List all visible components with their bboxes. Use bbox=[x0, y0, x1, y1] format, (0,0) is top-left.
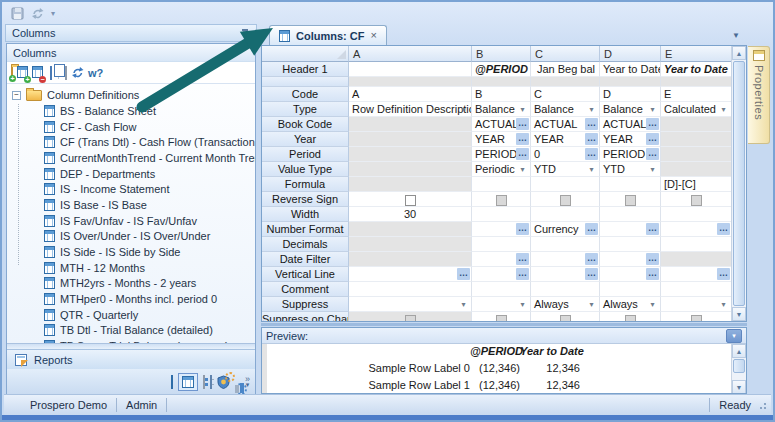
layers-button[interactable] bbox=[210, 376, 212, 388]
cell-numberformat-e[interactable]: … bbox=[661, 222, 732, 237]
cell-header1-d[interactable]: Year to Date bbox=[600, 62, 661, 77]
cell-valuetype-c[interactable]: YTD▾ bbox=[531, 162, 600, 177]
tree-item-mth[interactable]: MTH - 12 Months bbox=[7, 260, 255, 276]
cell-suppresscharts-e[interactable] bbox=[661, 312, 732, 322]
dropdown-icon[interactable]: ▾ bbox=[516, 103, 529, 115]
ellipsis-button[interactable]: … bbox=[457, 268, 470, 280]
dropdown-icon[interactable]: ▾ bbox=[717, 103, 730, 115]
cell-formula-b[interactable] bbox=[472, 177, 531, 192]
grid-col-header-e[interactable]: E bbox=[661, 46, 732, 62]
grid-col-header-d[interactable]: D bbox=[600, 46, 661, 62]
cell-formula-c[interactable] bbox=[531, 177, 600, 192]
cell-suppresscharts-b[interactable] bbox=[472, 312, 531, 322]
tree-item-is-base[interactable]: IS Base - IS Base bbox=[7, 197, 255, 213]
cell-comment-d[interactable] bbox=[600, 282, 661, 297]
cell-width-b[interactable] bbox=[472, 207, 531, 222]
dropdown-icon[interactable]: ▾ bbox=[585, 103, 598, 115]
cell-width-d[interactable] bbox=[600, 207, 661, 222]
tree-item-is-over-under[interactable]: IS Over/Under - IS Over/Under bbox=[7, 229, 255, 245]
cell-code-a[interactable]: A bbox=[349, 87, 472, 102]
ellipsis-button[interactable]: … bbox=[585, 118, 598, 130]
scroll-up-button[interactable]: ▲ bbox=[732, 344, 746, 358]
dropdown-icon[interactable]: ▾ bbox=[717, 298, 730, 310]
cell-formula-d[interactable] bbox=[600, 177, 661, 192]
cell-width-e[interactable] bbox=[661, 207, 732, 222]
refresh-tree-button[interactable] bbox=[71, 66, 84, 79]
ellipsis-button[interactable]: … bbox=[585, 148, 598, 160]
ellipsis-button[interactable]: … bbox=[646, 223, 659, 235]
tree-item-bs[interactable]: BS - Balance Sheet bbox=[7, 103, 255, 119]
collapse-icon[interactable]: − bbox=[12, 91, 21, 100]
cell-type-b[interactable]: Balance▾ bbox=[472, 102, 531, 117]
dropdown-icon[interactable]: ▾ bbox=[646, 298, 659, 310]
cell-type-e[interactable]: Calculated▾ bbox=[661, 102, 732, 117]
scrollbar-thumb[interactable] bbox=[733, 359, 745, 373]
ellipsis-button[interactable]: … bbox=[646, 133, 659, 145]
cell-code-d[interactable]: D bbox=[600, 87, 661, 102]
cell-type-a[interactable]: Row Definition Description▾ bbox=[349, 102, 472, 117]
list-view-button[interactable] bbox=[65, 67, 67, 79]
cell-suppress-a[interactable]: ▾ bbox=[349, 297, 472, 312]
cell-numberformat-b[interactable]: … bbox=[472, 222, 531, 237]
cell-type-d[interactable]: Balance▾ bbox=[600, 102, 661, 117]
cell-verticalline-c[interactable]: … bbox=[531, 267, 600, 282]
scroll-up-button[interactable]: ▲ bbox=[732, 46, 746, 60]
dropdown-icon[interactable]: ▾ bbox=[646, 103, 659, 115]
dropdown-icon[interactable]: ▾ bbox=[516, 163, 529, 175]
delete-column-definition-button[interactable]: − bbox=[32, 66, 43, 80]
tree-item-is[interactable]: IS - Income Statement bbox=[7, 181, 255, 197]
cell-verticalline-d[interactable]: … bbox=[600, 267, 661, 282]
cell-valuetype-d[interactable]: YTD▾ bbox=[600, 162, 661, 177]
tree-item-tb-sum[interactable]: TB Sum - Trial Balance (summary) bbox=[7, 338, 255, 343]
cell-header1-b[interactable]: @PERIOD bbox=[472, 62, 531, 77]
cell-code-c[interactable]: C bbox=[531, 87, 600, 102]
cell-numberformat-d[interactable]: … bbox=[600, 222, 661, 237]
cell-suppresscharts-d[interactable] bbox=[600, 312, 661, 322]
cell-decimals-e[interactable] bbox=[661, 237, 732, 252]
horizontal-splitter[interactable] bbox=[261, 323, 747, 326]
cell-verticalline-e[interactable]: … bbox=[661, 267, 732, 282]
tab-list-dropdown-icon[interactable]: ▼ bbox=[732, 31, 740, 40]
ellipsis-button[interactable]: … bbox=[646, 253, 659, 265]
ellipsis-button[interactable]: … bbox=[516, 148, 529, 160]
cell-code-b[interactable]: B bbox=[472, 87, 531, 102]
tree-item-cf-trans-dtl[interactable]: CF (Trans Dtl) - Cash Flow (Transaction … bbox=[7, 134, 255, 150]
cell-datefilter-b[interactable]: … bbox=[472, 252, 531, 267]
cell-verticalline-a[interactable]: … bbox=[349, 267, 472, 282]
dropdown-icon[interactable]: ▾ bbox=[516, 298, 529, 310]
cell-suppress-c[interactable]: Always▾ bbox=[531, 297, 600, 312]
cell-year-d[interactable]: YEAR… bbox=[600, 132, 661, 147]
cell-datefilter-c[interactable]: … bbox=[531, 252, 600, 267]
cell-code-e[interactable]: E bbox=[661, 87, 732, 102]
cell-decimals-c[interactable] bbox=[531, 237, 600, 252]
preview-vertical-scrollbar[interactable]: ▲ ▼ bbox=[731, 344, 746, 394]
tree-item-is-fav-unfav[interactable]: IS Fav/Unfav - IS Fav/Unfav bbox=[7, 213, 255, 229]
cell-period-c[interactable]: 0… bbox=[531, 147, 600, 162]
add-column-definition-button[interactable]: + bbox=[17, 66, 28, 80]
tree-item-dep[interactable]: DEP - Departments bbox=[7, 166, 255, 182]
cell-header1-e[interactable]: Year to Date bbox=[661, 62, 732, 77]
cell-period-d[interactable]: PERIOD… bbox=[600, 147, 661, 162]
dropdown-icon[interactable]: ▾ bbox=[457, 103, 470, 115]
cell-decimals-d[interactable] bbox=[600, 237, 661, 252]
properties-side-tab[interactable]: Properties bbox=[748, 46, 770, 144]
toolbar-overflow-icon[interactable]: ▾ bbox=[51, 10, 55, 18]
tab-columns-cf[interactable]: Columns: CF × bbox=[269, 25, 387, 45]
cell-width-c[interactable] bbox=[531, 207, 600, 222]
cell-type-c[interactable]: Balance▾ bbox=[531, 102, 600, 117]
cell-comment-e[interactable] bbox=[661, 282, 732, 297]
cell-reversesign-d[interactable] bbox=[600, 192, 661, 207]
ellipsis-button[interactable]: … bbox=[585, 253, 598, 265]
grid-col-header-c[interactable]: C bbox=[531, 46, 600, 62]
cell-header1-c[interactable]: Jan Beg bal bbox=[531, 62, 600, 77]
reports-group-button[interactable]: Reports bbox=[7, 349, 255, 369]
rows-view-button[interactable] bbox=[171, 376, 173, 388]
tree-item-is-side[interactable]: IS Side - IS Side by Side bbox=[7, 244, 255, 260]
close-icon[interactable]: × bbox=[370, 30, 376, 41]
tree-item-mthper0[interactable]: MTHper0 - Months incl. period 0 bbox=[7, 291, 255, 307]
tree-item-qtr[interactable]: QTR - Quarterly bbox=[7, 307, 255, 323]
report-settings-button[interactable] bbox=[203, 376, 205, 388]
cell-bookcode-d[interactable]: ACTUAL… bbox=[600, 117, 661, 132]
ellipsis-button[interactable]: … bbox=[717, 223, 730, 235]
ellipsis-button[interactable]: … bbox=[585, 268, 598, 280]
